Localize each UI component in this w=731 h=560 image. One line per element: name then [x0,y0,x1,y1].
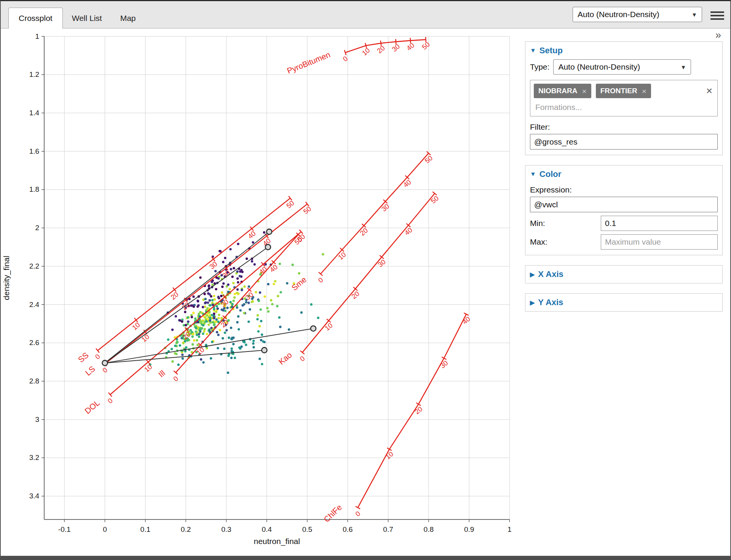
settings-panel: » ▼ Setup Type: Auto (Neutron-Density) ▼ [520,29,730,556]
formation-chip[interactable]: NIOBRARA× [534,84,591,98]
setup-section: ▼ Setup Type: Auto (Neutron-Density) ▼ N… [525,41,723,155]
x-axis-section: ▶ X Axis [525,265,723,283]
svg-text:1.8: 1.8 [29,185,39,193]
svg-text:1: 1 [508,525,512,533]
svg-text:0: 0 [106,397,114,405]
section-expanded-icon: ▼ [530,47,536,54]
svg-text:1.6: 1.6 [29,147,39,155]
expression-input[interactable] [530,197,718,212]
svg-text:0: 0 [103,525,107,533]
svg-text:50: 50 [423,154,434,165]
svg-text:0.2: 0.2 [181,525,191,533]
svg-text:30: 30 [391,43,401,53]
application-window: Crossplot Well List Map Auto (Neutron-De… [0,0,731,560]
svg-text:0: 0 [354,510,362,518]
svg-text:1: 1 [35,32,39,40]
svg-text:DOL: DOL [83,398,101,415]
svg-text:20: 20 [413,405,424,416]
svg-text:20: 20 [350,290,361,301]
svg-text:10: 10 [384,450,395,461]
formation-chip-label: FRONTIER [600,87,637,95]
x-axis-section-header[interactable]: ▶ X Axis [530,269,718,279]
svg-text:LS: LS [83,364,96,377]
svg-text:ChlFe: ChlFe [322,503,343,523]
color-section-title: Color [539,169,561,179]
svg-text:40: 40 [403,226,414,237]
svg-text:10: 10 [337,251,347,261]
type-dropdown[interactable]: Auto (Neutron-Density) ▼ [553,59,691,75]
hamburger-menu-icon[interactable] [710,10,724,22]
svg-text:2.4: 2.4 [29,301,40,309]
preset-dropdown[interactable]: Auto (Neutron-Density) ▼ [573,7,702,22]
tab-map[interactable]: Map [111,8,145,28]
y-axis-section: ▶ Y Axis [525,293,723,312]
svg-text:0: 0 [317,276,325,284]
svg-text:density_final: density_final [2,256,11,300]
svg-text:40: 40 [405,41,416,52]
svg-text:2.6: 2.6 [29,339,39,347]
svg-text:10: 10 [323,321,334,332]
formation-chip[interactable]: FRONTIER× [596,84,651,98]
svg-text:0: 0 [94,353,102,361]
svg-text:3.4: 3.4 [29,492,40,500]
svg-text:0.8: 0.8 [424,525,434,533]
type-dropdown-value: Auto (Neutron-Density) [558,62,640,72]
min-input[interactable] [601,216,718,231]
svg-text:Ill: Ill [157,368,167,379]
svg-text:0.6: 0.6 [343,525,353,533]
clear-formations-icon[interactable]: × [705,86,714,96]
svg-text:0.4: 0.4 [262,525,272,533]
crossplot-svg[interactable]: -0.100.10.20.30.40.50.60.70.80.9111.21.4… [1,29,520,556]
svg-text:Kao: Kao [277,350,293,366]
y-axis-section-title: Y Axis [538,298,563,307]
type-label: Type: [530,62,549,72]
svg-text:10: 10 [361,46,371,57]
section-expanded-icon: ▼ [530,171,536,178]
setup-section-title: Setup [539,46,563,56]
formations-box: NIOBRARA×FRONTIER× × [530,80,718,116]
svg-text:0: 0 [298,355,306,363]
svg-text:50: 50 [420,40,431,51]
filter-input[interactable] [530,134,718,150]
svg-text:0.9: 0.9 [464,525,474,533]
svg-text:40: 40 [461,315,472,326]
svg-text:30: 30 [439,359,449,370]
svg-text:0.3: 0.3 [221,525,231,533]
svg-text:0: 0 [172,375,180,383]
chip-remove-icon[interactable]: × [582,87,586,95]
svg-text:0.5: 0.5 [302,525,312,533]
svg-text:10: 10 [143,363,153,374]
section-collapsed-icon: ▶ [530,271,535,278]
filter-label: Filter: [530,123,718,132]
svg-text:1.2: 1.2 [29,70,39,78]
max-input[interactable] [601,234,718,250]
svg-text:PyroBitumen: PyroBitumen [286,50,331,75]
setup-section-header[interactable]: ▼ Setup [530,46,718,56]
chip-remove-icon[interactable]: × [642,87,646,95]
svg-text:0: 0 [342,55,350,63]
svg-text:40: 40 [402,178,413,189]
min-label: Min: [530,219,601,228]
svg-text:1.4: 1.4 [29,109,40,117]
collapse-panel-icon[interactable]: » [715,29,721,41]
formations-input[interactable] [534,103,642,112]
svg-text:30: 30 [377,258,387,269]
svg-text:3.2: 3.2 [29,453,39,461]
svg-text:neutron_final: neutron_final [254,537,300,546]
y-axis-section-header[interactable]: ▶ Y Axis [530,298,718,307]
svg-text:2.2: 2.2 [29,262,39,270]
tab-crossplot[interactable]: Crossplot [8,8,63,29]
tab-bar: Crossplot Well List Map [8,8,145,28]
svg-text:Sme: Sme [290,275,308,292]
svg-text:2.8: 2.8 [29,377,39,385]
svg-text:20: 20 [375,44,386,55]
tab-well-list[interactable]: Well List [63,8,111,28]
svg-text:SS: SS [76,351,90,364]
dropdown-caret-icon: ▼ [681,64,686,70]
svg-text:3: 3 [35,415,39,423]
svg-text:0.7: 0.7 [383,525,393,533]
color-section-header[interactable]: ▼ Color [530,169,718,179]
svg-text:0.1: 0.1 [140,525,150,533]
svg-text:2: 2 [35,224,39,232]
svg-text:0: 0 [101,366,109,374]
